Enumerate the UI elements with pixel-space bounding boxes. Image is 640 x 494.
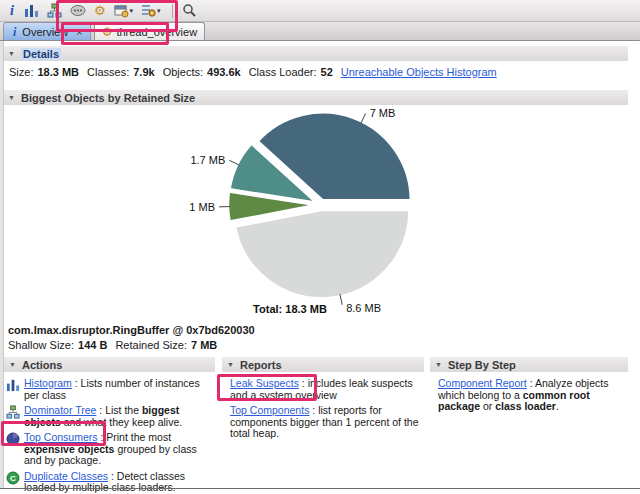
pie-slice-label: 1 MB <box>189 201 215 213</box>
tab-label: Overview <box>22 26 68 38</box>
details-field-label: Size: <box>9 66 33 78</box>
toolbar-separator <box>172 4 173 18</box>
action-desc: and what they keep alive. <box>61 416 182 428</box>
biggest-objects-section-header[interactable]: ▼ Biggest Objects by Retained Size <box>3 90 628 105</box>
action-item-histogram: Histogram : Lists number of instances pe… <box>6 378 213 401</box>
section-title: Actions <box>22 359 62 371</box>
histogram-icon <box>6 378 20 395</box>
section-title: Step By Step <box>448 359 516 371</box>
retained-size-label: Retained Size: <box>115 339 187 351</box>
toolbar-button-expert-test[interactable]: ▾ <box>138 2 164 20</box>
retained-size-value: 7 MB <box>191 339 217 351</box>
actions-section: ▼Actions Histogram : Lists number of ins… <box>4 357 215 494</box>
details-field-value: 493.6k <box>207 66 241 78</box>
unreachable-objects-histogram-link[interactable]: Unreachable Objects Histogram <box>341 66 497 78</box>
tab-overview[interactable]: i Overview × <box>3 22 91 40</box>
step-desc-bold: class loader <box>495 400 556 412</box>
details-field-value: 18.3 MB <box>37 66 79 78</box>
action-desc: : Print the most <box>98 431 172 443</box>
reports-section: ▼Reports Leak Suspects : includes leak s… <box>222 357 424 444</box>
dominator-tree-icon <box>47 3 62 18</box>
dominator-tree-icon <box>6 405 20 422</box>
report-item-top-components: Top Components : list reports for compon… <box>224 405 422 440</box>
chevron-down-icon: ▼ <box>8 50 15 57</box>
query-browser-icon <box>114 3 129 18</box>
dominator-tree-link[interactable]: Dominator Tree <box>24 404 96 416</box>
step-desc: . <box>556 400 559 412</box>
histogram-icon <box>24 3 39 18</box>
chevron-down-icon: ▼ <box>227 361 234 368</box>
step-by-step-section: ▼Step By Step Component Report : Analyze… <box>430 357 628 417</box>
selected-object-sizes: Shallow Size:144 BRetained Size:7 MB <box>8 339 225 351</box>
action-desc-bold: expensive objects <box>24 443 114 455</box>
search-icon <box>182 3 197 18</box>
toolbar-button-find[interactable] <box>179 2 200 20</box>
action-item-top-consumers: Top Consumers : Print the most expensive… <box>6 432 213 467</box>
report-item-leak-suspects: Leak Suspects : includes leak suspects a… <box>224 378 422 401</box>
duplicate-classes-link[interactable]: Duplicate Classes <box>24 470 108 482</box>
main-toolbar: i ⚙ ▾ ▾ <box>0 0 640 22</box>
selected-object-name: com.lmax.disruptor.RingBuffer @ 0x7bd620… <box>8 324 255 336</box>
pie-slice-8-6-MB[interactable] <box>235 210 410 298</box>
pie-total-label: Total: 18.3 MB <box>253 303 327 315</box>
tab-thread-overview[interactable]: ⚙ thread_overview <box>94 22 205 40</box>
chevron-down-icon: ▼ <box>9 361 16 368</box>
svg-text:C: C <box>10 474 16 483</box>
shallow-size-label: Shallow Size: <box>8 339 74 351</box>
section-title: Biggest Objects by Retained Size <box>21 92 195 104</box>
expert-test-icon <box>141 3 156 18</box>
top-consumers-link[interactable]: Top Consumers <box>24 431 98 443</box>
details-field-label: Classes: <box>87 66 129 78</box>
info-icon: i <box>8 4 16 18</box>
shallow-size-value: 144 B <box>78 339 107 351</box>
oql-icon <box>70 3 86 18</box>
chevron-down-icon: ▾ <box>157 7 161 15</box>
info-icon: i <box>11 25 18 39</box>
details-field-value: 52 <box>321 66 333 78</box>
toolbar-button-overview[interactable]: i <box>5 2 19 20</box>
reports-section-header[interactable]: ▼Reports <box>222 357 424 372</box>
tab-bar: i Overview × ⚙ thread_overview <box>0 22 640 41</box>
details-field-value: 7.9k <box>133 66 154 78</box>
chevron-down-icon: ▼ <box>435 361 442 368</box>
toolbar-button-histogram[interactable] <box>21 2 42 20</box>
details-section-header[interactable]: ▼ Details <box>3 46 628 61</box>
close-icon[interactable]: × <box>76 26 82 38</box>
component-report-link[interactable]: Component Report <box>438 377 527 389</box>
top-components-link[interactable]: Top Components <box>230 404 309 416</box>
step-by-step-section-header[interactable]: ▼Step By Step <box>430 357 628 372</box>
details-summary: Size:18.3 MBClasses:7.9kObjects:493.6kCl… <box>9 66 497 78</box>
chevron-down-icon: ▾ <box>130 7 134 15</box>
top-consumers-icon <box>6 432 20 449</box>
gear-icon: ⚙ <box>94 4 106 18</box>
step-item-component-report: Component Report : Analyze objects which… <box>432 378 626 413</box>
step-desc: or <box>480 400 495 412</box>
toolbar-button-dominator-tree[interactable] <box>44 2 65 20</box>
chevron-down-icon: ▼ <box>8 94 15 101</box>
pie-slice-label: 1.7 MB <box>190 154 225 166</box>
toolbar-button-oql[interactable] <box>67 2 89 20</box>
pie-slice-label: 8.6 MB <box>346 302 381 314</box>
duplicate-classes-icon: C <box>6 471 20 488</box>
details-field-label: Class Loader: <box>249 66 317 78</box>
gear-icon: ⚙ <box>102 25 113 39</box>
histogram-link[interactable]: Histogram <box>24 377 72 389</box>
actions-section-header[interactable]: ▼Actions <box>4 357 215 372</box>
section-title: Details <box>21 48 61 60</box>
leak-suspects-link[interactable]: Leak Suspects <box>230 377 299 389</box>
action-item-dominator-tree: Dominator Tree : List the biggest object… <box>6 405 213 428</box>
retained-size-pie-chart[interactable]: 7 MB1.7 MB1 MB8.6 MBTotal: 18.3 MB <box>0 106 640 322</box>
toolbar-button-query-browser[interactable]: ▾ <box>111 2 137 20</box>
tab-label: thread_overview <box>116 26 197 38</box>
window-left-edge <box>0 41 4 489</box>
action-desc: : List the <box>96 404 142 416</box>
pie-slice-label: 7 MB <box>370 107 396 119</box>
section-title: Reports <box>240 359 282 371</box>
details-field-label: Objects: <box>163 66 203 78</box>
window-bottom-edge <box>0 488 640 489</box>
toolbar-button-thread-overview[interactable]: ⚙ <box>91 2 109 20</box>
action-item-duplicate-classes: CDuplicate Classes : Detect classes load… <box>6 471 213 494</box>
